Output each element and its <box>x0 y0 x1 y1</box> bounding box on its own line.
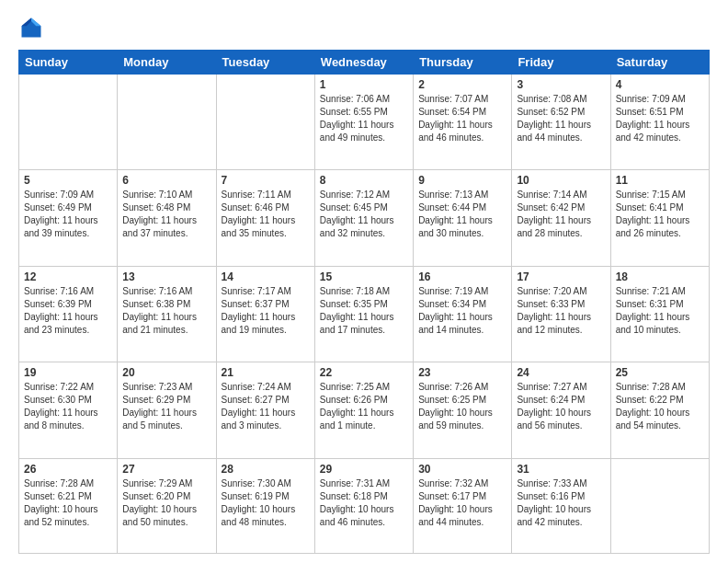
calendar-cell: 9Sunrise: 7:13 AM Sunset: 6:44 PM Daylig… <box>414 170 512 266</box>
day-number: 28 <box>222 463 310 476</box>
day-info: Sunrise: 7:33 AM Sunset: 6:16 PM Dayligh… <box>517 477 605 529</box>
day-number: 10 <box>517 174 605 187</box>
calendar-table: SundayMondayTuesdayWednesdayThursdayFrid… <box>18 50 710 554</box>
day-number: 21 <box>222 366 310 379</box>
day-info: Sunrise: 7:08 AM Sunset: 6:52 PM Dayligh… <box>517 93 605 144</box>
day-number: 3 <box>517 78 605 91</box>
calendar-header-row: SundayMondayTuesdayWednesdayThursdayFrid… <box>19 51 710 75</box>
day-info: Sunrise: 7:24 AM Sunset: 6:27 PM Dayligh… <box>222 381 310 432</box>
calendar-header-saturday: Saturday <box>610 51 709 75</box>
day-info: Sunrise: 7:12 AM Sunset: 6:45 PM Dayligh… <box>320 189 408 240</box>
day-number: 1 <box>320 78 408 91</box>
day-number: 16 <box>418 270 506 283</box>
calendar-cell: 31Sunrise: 7:33 AM Sunset: 6:16 PM Dayli… <box>512 458 610 553</box>
calendar-week-3: 19Sunrise: 7:22 AM Sunset: 6:30 PM Dayli… <box>19 362 710 458</box>
day-info: Sunrise: 7:09 AM Sunset: 6:49 PM Dayligh… <box>24 189 112 240</box>
calendar-cell: 7Sunrise: 7:11 AM Sunset: 6:46 PM Daylig… <box>216 170 314 266</box>
day-number: 30 <box>418 463 506 476</box>
calendar-cell: 5Sunrise: 7:09 AM Sunset: 6:49 PM Daylig… <box>19 170 118 266</box>
day-number: 9 <box>418 174 506 187</box>
day-info: Sunrise: 7:07 AM Sunset: 6:54 PM Dayligh… <box>418 93 506 144</box>
day-number: 29 <box>320 463 408 476</box>
calendar-cell: 11Sunrise: 7:15 AM Sunset: 6:41 PM Dayli… <box>610 170 709 266</box>
day-info: Sunrise: 7:31 AM Sunset: 6:18 PM Dayligh… <box>320 477 408 529</box>
day-info: Sunrise: 7:18 AM Sunset: 6:35 PM Dayligh… <box>320 285 408 337</box>
calendar-cell: 29Sunrise: 7:31 AM Sunset: 6:18 PM Dayli… <box>314 458 413 553</box>
calendar-cell: 23Sunrise: 7:26 AM Sunset: 6:25 PM Dayli… <box>414 362 512 458</box>
day-number: 13 <box>122 270 210 283</box>
calendar-header-wednesday: Wednesday <box>314 51 413 75</box>
day-number: 27 <box>122 463 210 476</box>
day-number: 11 <box>616 174 704 187</box>
day-number: 19 <box>24 366 112 379</box>
calendar-cell: 22Sunrise: 7:25 AM Sunset: 6:26 PM Dayli… <box>314 362 413 458</box>
day-info: Sunrise: 7:10 AM Sunset: 6:48 PM Dayligh… <box>122 189 210 240</box>
day-info: Sunrise: 7:25 AM Sunset: 6:26 PM Dayligh… <box>320 381 408 432</box>
day-info: Sunrise: 7:28 AM Sunset: 6:22 PM Dayligh… <box>616 381 704 432</box>
day-info: Sunrise: 7:13 AM Sunset: 6:44 PM Dayligh… <box>418 189 506 240</box>
day-number: 18 <box>616 270 704 283</box>
day-info: Sunrise: 7:09 AM Sunset: 6:51 PM Dayligh… <box>616 93 704 144</box>
calendar-week-0: 1Sunrise: 7:06 AM Sunset: 6:55 PM Daylig… <box>19 75 710 170</box>
day-info: Sunrise: 7:16 AM Sunset: 6:38 PM Dayligh… <box>122 285 210 337</box>
calendar-cell: 19Sunrise: 7:22 AM Sunset: 6:30 PM Dayli… <box>19 362 118 458</box>
day-info: Sunrise: 7:22 AM Sunset: 6:30 PM Dayligh… <box>24 381 112 432</box>
calendar-cell: 24Sunrise: 7:27 AM Sunset: 6:24 PM Dayli… <box>512 362 610 458</box>
calendar-header-monday: Monday <box>118 51 216 75</box>
day-info: Sunrise: 7:28 AM Sunset: 6:21 PM Dayligh… <box>24 477 112 529</box>
day-number: 26 <box>24 463 112 476</box>
day-info: Sunrise: 7:15 AM Sunset: 6:41 PM Dayligh… <box>616 189 704 240</box>
calendar-cell: 14Sunrise: 7:17 AM Sunset: 6:37 PM Dayli… <box>216 266 314 362</box>
day-info: Sunrise: 7:16 AM Sunset: 6:39 PM Dayligh… <box>24 285 112 337</box>
day-info: Sunrise: 7:06 AM Sunset: 6:55 PM Dayligh… <box>320 93 408 144</box>
calendar-cell: 30Sunrise: 7:32 AM Sunset: 6:17 PM Dayli… <box>414 458 512 553</box>
calendar-week-4: 26Sunrise: 7:28 AM Sunset: 6:21 PM Dayli… <box>19 458 710 553</box>
day-info: Sunrise: 7:23 AM Sunset: 6:29 PM Dayligh… <box>122 381 210 432</box>
calendar-header-tuesday: Tuesday <box>216 51 314 75</box>
day-info: Sunrise: 7:26 AM Sunset: 6:25 PM Dayligh… <box>418 381 506 432</box>
day-number: 8 <box>320 174 408 187</box>
day-info: Sunrise: 7:30 AM Sunset: 6:19 PM Dayligh… <box>222 477 310 529</box>
calendar-header-thursday: Thursday <box>414 51 512 75</box>
day-number: 17 <box>517 270 605 283</box>
day-info: Sunrise: 7:11 AM Sunset: 6:46 PM Dayligh… <box>222 189 310 240</box>
day-info: Sunrise: 7:32 AM Sunset: 6:17 PM Dayligh… <box>418 477 506 529</box>
day-number: 12 <box>24 270 112 283</box>
day-number: 25 <box>616 366 704 379</box>
calendar-cell: 3Sunrise: 7:08 AM Sunset: 6:52 PM Daylig… <box>512 75 610 170</box>
day-info: Sunrise: 7:20 AM Sunset: 6:33 PM Dayligh… <box>517 285 605 337</box>
calendar-cell <box>19 75 118 170</box>
calendar-cell: 15Sunrise: 7:18 AM Sunset: 6:35 PM Dayli… <box>314 266 413 362</box>
day-info: Sunrise: 7:27 AM Sunset: 6:24 PM Dayligh… <box>517 381 605 432</box>
day-number: 6 <box>122 174 210 187</box>
calendar-cell: 10Sunrise: 7:14 AM Sunset: 6:42 PM Dayli… <box>512 170 610 266</box>
calendar-cell: 16Sunrise: 7:19 AM Sunset: 6:34 PM Dayli… <box>414 266 512 362</box>
header <box>18 15 710 40</box>
day-info: Sunrise: 7:17 AM Sunset: 6:37 PM Dayligh… <box>222 285 310 337</box>
calendar-cell <box>610 458 709 553</box>
calendar-cell: 20Sunrise: 7:23 AM Sunset: 6:29 PM Dayli… <box>118 362 216 458</box>
day-number: 24 <box>517 366 605 379</box>
calendar-cell: 8Sunrise: 7:12 AM Sunset: 6:45 PM Daylig… <box>314 170 413 266</box>
calendar-cell: 28Sunrise: 7:30 AM Sunset: 6:19 PM Dayli… <box>216 458 314 553</box>
page: SundayMondayTuesdayWednesdayThursdayFrid… <box>0 0 728 563</box>
calendar-cell: 27Sunrise: 7:29 AM Sunset: 6:20 PM Dayli… <box>118 458 216 553</box>
day-number: 15 <box>320 270 408 283</box>
calendar-cell: 6Sunrise: 7:10 AM Sunset: 6:48 PM Daylig… <box>118 170 216 266</box>
day-number: 31 <box>517 463 605 476</box>
day-number: 20 <box>122 366 210 379</box>
calendar-header-sunday: Sunday <box>19 51 118 75</box>
day-number: 5 <box>24 174 112 187</box>
calendar-cell: 25Sunrise: 7:28 AM Sunset: 6:22 PM Dayli… <box>610 362 709 458</box>
day-number: 22 <box>320 366 408 379</box>
calendar-cell: 2Sunrise: 7:07 AM Sunset: 6:54 PM Daylig… <box>414 75 512 170</box>
calendar-cell: 17Sunrise: 7:20 AM Sunset: 6:33 PM Dayli… <box>512 266 610 362</box>
calendar-cell: 18Sunrise: 7:21 AM Sunset: 6:31 PM Dayli… <box>610 266 709 362</box>
calendar-cell: 4Sunrise: 7:09 AM Sunset: 6:51 PM Daylig… <box>610 75 709 170</box>
day-info: Sunrise: 7:14 AM Sunset: 6:42 PM Dayligh… <box>517 189 605 240</box>
day-info: Sunrise: 7:19 AM Sunset: 6:34 PM Dayligh… <box>418 285 506 337</box>
day-number: 2 <box>418 78 506 91</box>
calendar-cell: 1Sunrise: 7:06 AM Sunset: 6:55 PM Daylig… <box>314 75 413 170</box>
logo <box>18 15 48 40</box>
calendar-week-2: 12Sunrise: 7:16 AM Sunset: 6:39 PM Dayli… <box>19 266 710 362</box>
